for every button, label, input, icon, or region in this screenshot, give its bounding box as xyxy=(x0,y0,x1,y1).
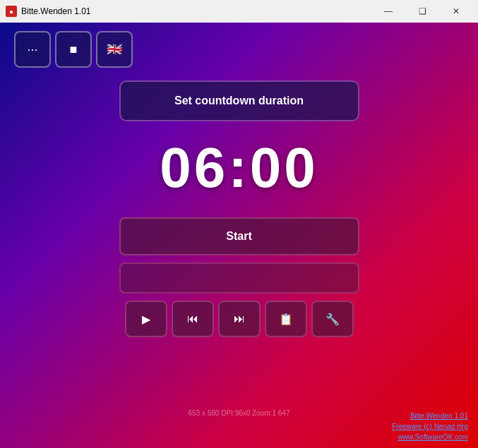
title-bar: ● Bitte.Wenden 1.01 — ❑ ✕ xyxy=(0,0,478,23)
footer-line2: Freeware (c) Nenad Hrg xyxy=(392,421,468,432)
skip-back-button[interactable]: ⏮ xyxy=(172,301,214,337)
timer-display: 06:00 xyxy=(160,135,318,200)
main-content: ··· ■ 🇬🇧 Set countdown duration 06:00 St… xyxy=(0,23,478,448)
play-button[interactable]: ▶ xyxy=(125,301,167,337)
minimize-button[interactable]: — xyxy=(372,0,405,23)
language-button[interactable]: 🇬🇧 xyxy=(96,31,133,68)
settings-button[interactable]: 🔧 xyxy=(311,301,354,337)
menu-icon: ··· xyxy=(27,42,37,57)
clipboard-icon: 📋 xyxy=(279,313,293,326)
menu-button[interactable]: ··· xyxy=(14,31,51,68)
window-title: Bitte.Wenden 1.01 xyxy=(21,6,91,16)
flag-icon: 🇬🇧 xyxy=(107,42,122,57)
set-countdown-button[interactable]: Set countdown duration xyxy=(119,80,359,121)
footer-line3: www.SoftwareOK.com xyxy=(392,432,468,442)
stop-button[interactable]: ■ xyxy=(55,31,92,68)
secondary-area xyxy=(119,262,359,293)
status-text: 653 x 580 DPI:96x0 Zoom:1 647 xyxy=(189,409,290,417)
window-controls: — ❑ ✕ xyxy=(372,0,472,23)
bottom-controls: ▶ ⏮ ⏭ 📋 🔧 xyxy=(125,301,354,337)
clipboard-button[interactable]: 📋 xyxy=(265,301,307,337)
app-icon: ● xyxy=(6,6,17,17)
stop-icon: ■ xyxy=(70,42,78,57)
settings-icon: 🔧 xyxy=(325,313,340,326)
footer-line1: Bitte.Wenden 1.01 xyxy=(392,411,468,421)
start-button[interactable]: Start xyxy=(119,217,359,255)
skip-forward-icon: ⏭ xyxy=(234,313,245,325)
toolbar: ··· ■ 🇬🇧 xyxy=(14,31,133,68)
play-icon: ▶ xyxy=(142,313,150,326)
footer-info[interactable]: Bitte.Wenden 1.01 Freeware (c) Nenad Hrg… xyxy=(392,411,468,442)
close-button[interactable]: ✕ xyxy=(440,0,472,23)
maximize-button[interactable]: ❑ xyxy=(406,0,438,23)
skip-back-icon: ⏮ xyxy=(187,313,198,325)
skip-forward-button[interactable]: ⏭ xyxy=(218,301,261,337)
title-bar-left: ● Bitte.Wenden 1.01 xyxy=(6,6,91,17)
